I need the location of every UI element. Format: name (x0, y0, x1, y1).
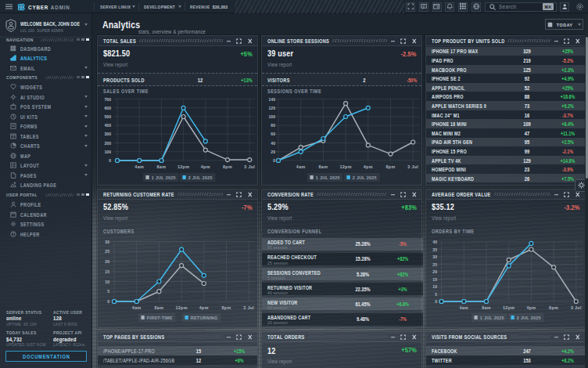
svg-text:40: 40 (271, 140, 275, 145)
svg-text:8pm: 8pm (549, 305, 558, 309)
svg-text:12pm: 12pm (175, 305, 187, 309)
svg-text:300: 300 (104, 132, 111, 136)
svg-text:8am: 8am (157, 164, 167, 168)
svg-text:100: 100 (268, 114, 275, 119)
svg-text:3 Jul: 3 Jul (407, 164, 418, 168)
svg-text:4pm: 4pm (199, 305, 209, 309)
svg-text:700: 700 (104, 96, 111, 101)
svg-text:80: 80 (271, 123, 275, 128)
svg-text:35: 35 (432, 247, 437, 251)
svg-text:3 Jul: 3 Jul (244, 164, 255, 168)
svg-text:5: 5 (107, 289, 109, 294)
svg-text:25: 25 (105, 249, 109, 254)
svg-text:25: 25 (432, 262, 437, 266)
svg-text:4pm: 4pm (201, 164, 210, 168)
svg-text:30: 30 (105, 239, 109, 244)
svg-text:8pm: 8pm (386, 164, 396, 168)
svg-text:4pm: 4pm (364, 164, 373, 168)
svg-text:4pm: 4pm (526, 305, 536, 309)
svg-text:3 Jul: 3 Jul (243, 305, 254, 309)
svg-text:140: 140 (268, 96, 275, 101)
svg-text:4am: 4am (296, 164, 306, 168)
svg-text:400: 400 (104, 123, 111, 128)
svg-text:20: 20 (105, 259, 109, 264)
svg-text:8pm: 8pm (223, 164, 232, 168)
svg-text:8am: 8am (319, 164, 328, 168)
svg-text:40: 40 (432, 240, 437, 244)
svg-text:12pm: 12pm (339, 164, 351, 168)
svg-text:4am: 4am (132, 305, 142, 309)
svg-text:8pm: 8pm (222, 305, 231, 309)
svg-text:12pm: 12pm (177, 164, 189, 168)
svg-text:500: 500 (104, 114, 111, 119)
svg-text:60: 60 (271, 132, 275, 136)
svg-text:200: 200 (104, 140, 111, 145)
svg-text:12pm: 12pm (503, 305, 514, 309)
svg-text:10: 10 (432, 284, 437, 289)
svg-text:10: 10 (105, 279, 109, 283)
svg-text:0: 0 (109, 158, 111, 163)
svg-text:20: 20 (432, 269, 437, 274)
svg-text:4am: 4am (134, 164, 144, 168)
svg-text:20: 20 (271, 149, 275, 153)
svg-text:30: 30 (432, 254, 437, 259)
svg-text:0: 0 (273, 158, 275, 163)
svg-text:0: 0 (107, 299, 109, 304)
svg-text:0: 0 (435, 299, 437, 304)
svg-text:15: 15 (105, 269, 109, 273)
svg-text:100: 100 (104, 149, 111, 153)
svg-text:4am: 4am (459, 305, 468, 309)
svg-text:600: 600 (104, 105, 111, 110)
svg-text:3 Jul: 3 Jul (571, 305, 582, 309)
svg-text:5: 5 (435, 291, 437, 296)
svg-text:8am: 8am (482, 305, 491, 309)
svg-text:8am: 8am (155, 305, 164, 309)
svg-text:15: 15 (432, 276, 437, 281)
svg-text:120: 120 (268, 105, 275, 110)
